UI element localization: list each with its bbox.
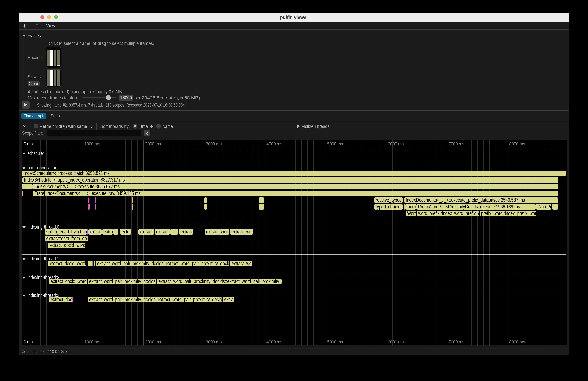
sort-time-label[interactable]: Time <box>139 124 149 129</box>
scope-bar[interactable] <box>132 197 133 203</box>
scope-bar[interactable] <box>89 197 90 203</box>
play-button[interactable] <box>22 101 30 109</box>
scope-bar[interactable]: index_prefixes <box>405 204 416 210</box>
clear-button[interactable]: Clear <box>28 81 40 86</box>
scope-bar[interactable] <box>72 297 72 302</box>
scope-bar[interactable]: extract_docid <box>49 297 72 302</box>
menu-file[interactable]: File <box>36 22 43 29</box>
scope-bar[interactable]: PrefixWordPairsProximityDocids::execute … <box>417 204 536 210</box>
frames-header[interactable]: Frames <box>27 33 45 39</box>
scope-bar[interactable]: IndexDocuments<_, _>::execute_raw 8459.1… <box>45 191 558 196</box>
frame-bar-selected[interactable] <box>50 49 53 66</box>
frame-bar[interactable] <box>54 49 56 66</box>
scope-bar[interactable] <box>88 261 90 266</box>
scope-bar[interactable] <box>90 261 92 266</box>
scope-bar[interactable]: extract_word_pair_proximity_docids::extr… <box>157 279 282 284</box>
scope-bar[interactable] <box>95 197 96 203</box>
scope-bar[interactable]: prefix_word::index_prefix_word_docids <box>480 211 536 216</box>
menu-view[interactable]: View <box>46 22 56 29</box>
max-frames-value[interactable]: 18000 <box>119 95 133 101</box>
scope-bar[interactable]: extract_word <box>88 229 102 235</box>
scope-bar[interactable]: WordPrefixDocids <box>536 204 551 210</box>
thread-label-scheduler[interactable]: scheduler <box>22 150 48 156</box>
scope-bar[interactable] <box>72 297 73 302</box>
sort-time-radio[interactable] <box>133 124 137 128</box>
scope-bar[interactable] <box>88 204 89 210</box>
titlebar[interactable]: puffin viewer <box>19 13 569 22</box>
scope-bar[interactable]: extract_docid_word_positions <box>49 279 87 284</box>
scope-bar[interactable] <box>88 197 89 203</box>
scope-bar[interactable] <box>259 197 264 203</box>
scope-bar[interactable] <box>132 204 133 210</box>
scope-bar[interactable]: extract_wor <box>179 229 193 235</box>
scope-bar[interactable] <box>204 204 207 210</box>
scope-bar[interactable]: extract_word_p <box>155 229 170 235</box>
scope-bar[interactable]: extract_word_pair_proximity_docids::extr… <box>88 297 222 302</box>
visible-threads-label[interactable]: Visible Threads <box>302 124 334 129</box>
recent-frames-thumbnail[interactable] <box>46 47 61 68</box>
scope-bar[interactable] <box>94 261 95 266</box>
frame-bar[interactable] <box>54 70 56 86</box>
thread-label-batch-operation[interactable]: batch-operation <box>22 165 61 170</box>
scope-bar[interactable]: extract_word_pair_proximity_docids <box>88 279 156 284</box>
frame-bar[interactable] <box>57 49 60 66</box>
scope-bar[interactable] <box>22 191 23 196</box>
frame-bar[interactable] <box>47 49 49 66</box>
scope-bar[interactable]: extract::data_from_obkv_documents <box>45 236 88 241</box>
tab-flamegraph[interactable]: Flamegraph <box>21 113 46 119</box>
scope-bar[interactable]: receive_typed_chunk <box>374 197 403 203</box>
frame-bar[interactable] <box>57 70 60 86</box>
scope-bar[interactable] <box>170 229 178 235</box>
merge-children-label[interactable]: Merge children with same ID <box>39 124 99 129</box>
scope-bar[interactable] <box>204 197 207 203</box>
frames-collapse-icon[interactable] <box>22 35 26 37</box>
sort-threads-label: Sort threads by: <box>100 124 133 129</box>
scope-bar[interactable] <box>95 204 96 210</box>
scope-bar[interactable] <box>22 184 33 190</box>
scope-bar[interactable]: IndexDocuments<_, _>::execute_prefix_dat… <box>404 197 558 203</box>
scope-bar[interactable]: WordPrefix <box>406 211 416 216</box>
merge-children-checkbox[interactable] <box>34 124 38 128</box>
scope-bar[interactable]: extract_word <box>120 229 131 235</box>
scope-bar[interactable]: extract_docid_word_positions <box>48 243 85 248</box>
scope-bar[interactable]: extract_word_p <box>138 229 154 235</box>
scope-bar[interactable] <box>404 204 405 210</box>
scope-bar[interactable]: extract_word_posi <box>230 261 252 266</box>
scope-bar[interactable]: IndexScheduler>::process_batch 8953.821 … <box>22 170 566 176</box>
slider-knob[interactable] <box>106 95 111 100</box>
scope-bar[interactable]: extract_word_posi <box>230 229 253 235</box>
frame-bar-selected[interactable] <box>50 70 53 86</box>
scope-bar[interactable]: IndexDocuments<_, _>::execute 8656.677 m… <box>33 184 558 190</box>
scope-bar[interactable]: extract_word_posit <box>205 229 229 235</box>
slowest-frames-thumbnail[interactable] <box>46 69 61 87</box>
scope-bar[interactable]: extract_wor <box>223 297 234 302</box>
scope-bar[interactable]: typed_chunk::write db <box>374 204 403 210</box>
scope-bar[interactable]: extract_w <box>102 229 113 235</box>
frame-bar[interactable] <box>47 70 49 86</box>
sort-name-label[interactable]: Name <box>162 124 175 129</box>
scope-bar[interactable] <box>87 229 88 235</box>
max-frames-slider[interactable] <box>82 97 116 98</box>
scope-bar[interactable] <box>259 204 264 210</box>
scope-bar[interactable]: extract_word_pair_proximity_docids::extr… <box>96 261 230 266</box>
sort-direction-arrow-icon[interactable] <box>149 124 153 129</box>
scope-bar[interactable] <box>92 261 93 266</box>
theme-sun-icon[interactable] <box>22 23 27 29</box>
visible-threads-collapse-icon[interactable] <box>297 125 300 128</box>
scope-bar[interactable]: split_grenad_by_chunks <box>45 229 87 235</box>
scope-bar[interactable] <box>89 204 90 210</box>
help-button[interactable]: ? <box>23 124 26 129</box>
scope-bar[interactable]: word_prefix::index_word_prefix_docids <box>417 211 479 216</box>
scope-bar[interactable] <box>113 229 119 235</box>
scope-bar[interactable]: IndexScheduler>::apply_index_operation 8… <box>22 177 558 183</box>
flamegraph-canvas[interactable]: 0 ms0 ms1000 ms1000 ms2000 ms2000 ms3000… <box>22 140 567 345</box>
scope-filter-input[interactable] <box>47 130 141 136</box>
scope-bar[interactable]: extract_docid_word_positions <box>48 261 86 266</box>
scope-bar[interactable] <box>23 157 23 163</box>
clear-filter-button[interactable]: x <box>144 130 150 136</box>
tab-stats[interactable]: Stats <box>50 113 61 119</box>
scope-bar[interactable] <box>552 204 558 210</box>
scope-bar[interactable] <box>416 211 417 216</box>
scope-bar[interactable]: Transform output <box>33 191 44 196</box>
sort-name-radio[interactable] <box>156 124 161 128</box>
